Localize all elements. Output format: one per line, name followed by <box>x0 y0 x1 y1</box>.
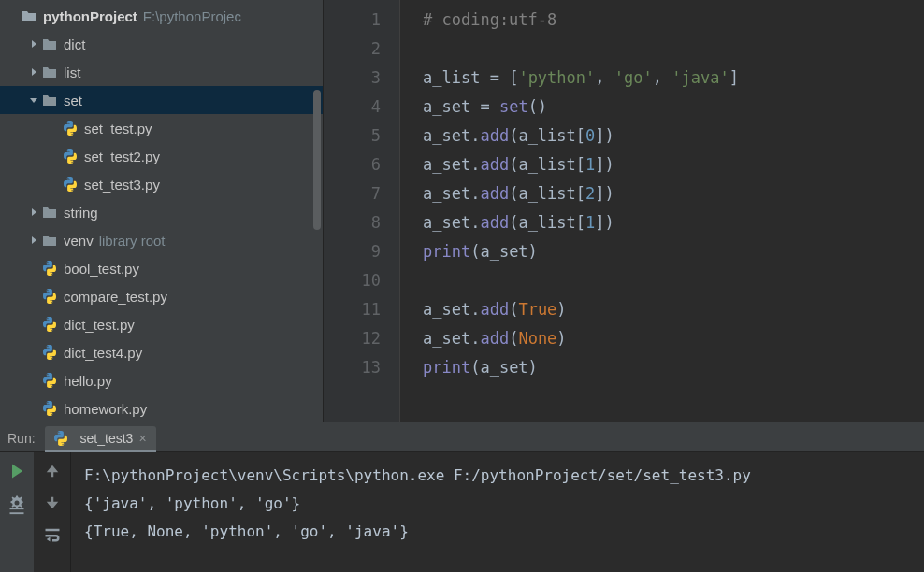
folder-icon <box>41 36 58 52</box>
ide-root: pythonProjectF:\pythonProjecdictlistsets… <box>0 0 924 572</box>
tree-item-label: bool_test.py <box>64 261 139 277</box>
up-arrow-icon[interactable] <box>43 462 62 480</box>
folder-icon <box>41 64 58 80</box>
line-number: 7 <box>371 179 381 208</box>
line-number-gutter: 12345678910111213 <box>324 0 400 422</box>
folder-icon <box>41 204 58 221</box>
code-editor[interactable]: 12345678910111213 # coding:utf-8a_list =… <box>324 0 924 422</box>
line-number: 13 <box>362 353 381 382</box>
tree-item-label: compare_test.py <box>64 289 167 305</box>
code-line[interactable]: a_list = ['python', 'go', 'java'] <box>423 64 924 93</box>
tree-file[interactable]: set_test.py <box>0 114 323 142</box>
run-title: Run: <box>7 431 36 446</box>
arrow-spacer <box>26 345 41 360</box>
python-file-icon <box>41 288 58 305</box>
line-number: 8 <box>371 208 381 237</box>
tree-folder[interactable]: dict <box>0 30 323 58</box>
code-line[interactable]: a_set.add(a_list[1]) <box>423 150 924 179</box>
run-tool-window: Run: set_test3 × <box>0 422 924 572</box>
arrow-spacer <box>26 289 41 304</box>
chevron-right-icon[interactable] <box>26 64 41 79</box>
down-arrow-icon[interactable] <box>43 493 62 512</box>
code-line[interactable] <box>423 35 924 64</box>
tree-folder[interactable]: string <box>0 198 323 226</box>
code-line[interactable]: a_set = set() <box>423 93 924 122</box>
soft-wrap-icon[interactable] <box>43 525 62 544</box>
more-vert-icon[interactable] <box>7 502 26 521</box>
tree-file[interactable]: dict_test.py <box>0 310 323 338</box>
code-line[interactable]: print(a_set) <box>423 353 924 382</box>
tree-item-label: string <box>64 205 98 221</box>
tree-file[interactable]: dict_test4.py <box>0 338 323 366</box>
tree-item-label: dict <box>64 36 85 52</box>
tree-file[interactable]: set_test3.py <box>0 170 323 198</box>
rerun-icon[interactable] <box>7 462 26 480</box>
chevron-down-icon[interactable] <box>26 93 41 107</box>
arrow-spacer <box>6 8 21 23</box>
line-number: 9 <box>371 237 381 266</box>
console-line: {True, None, 'python', 'go', 'java'} <box>84 518 924 546</box>
tree-file[interactable]: homework.py <box>0 394 323 422</box>
line-number: 10 <box>362 266 381 295</box>
arrow-spacer <box>47 121 62 136</box>
python-file-icon <box>41 372 58 389</box>
chevron-right-icon[interactable] <box>26 233 41 248</box>
line-number: 4 <box>371 93 381 122</box>
line-number: 6 <box>371 150 381 179</box>
tree-folder[interactable]: list <box>0 58 323 86</box>
arrow-spacer <box>26 261 41 276</box>
console-output[interactable]: F:\pythonProject\venv\Scripts\python.exe… <box>71 452 924 572</box>
svg-rect-1 <box>10 512 24 514</box>
code-line[interactable]: print(a_set) <box>423 237 924 266</box>
line-number: 5 <box>371 122 381 150</box>
python-file-icon <box>41 260 58 277</box>
tree-folder[interactable]: set <box>0 86 323 114</box>
code-line[interactable]: a_set.add(None) <box>423 324 924 353</box>
python-file-icon <box>41 344 58 361</box>
tree-file[interactable]: bool_test.py <box>0 254 323 282</box>
tree-file[interactable]: compare_test.py <box>0 282 323 310</box>
svg-rect-2 <box>51 471 53 477</box>
tree-file[interactable]: hello.py <box>0 366 323 394</box>
code-area[interactable]: # coding:utf-8a_list = ['python', 'go', … <box>400 0 924 422</box>
line-number: 2 <box>371 35 381 64</box>
arrow-spacer <box>47 177 62 192</box>
arrow-spacer <box>26 401 41 416</box>
python-file-icon <box>41 316 58 333</box>
run-body: F:\pythonProject\venv\Scripts\python.exe… <box>0 452 924 572</box>
tree-item-label: dict_test4.py <box>64 345 142 361</box>
tree-item-label: set <box>64 93 82 108</box>
tree-item-detail: F:\pythonProjec <box>143 8 241 24</box>
line-number: 3 <box>371 64 381 93</box>
code-line[interactable]: # coding:utf-8 <box>423 6 924 35</box>
code-line[interactable]: a_set.add(a_list[2]) <box>423 179 924 208</box>
line-number: 11 <box>362 295 381 324</box>
tree-item-label: homework.py <box>64 401 147 417</box>
tree-file[interactable]: set_test2.py <box>0 142 323 170</box>
tree-item-label: dict_test.py <box>64 317 135 333</box>
run-tab[interactable]: set_test3 × <box>45 426 156 452</box>
tree-folder[interactable]: venvlibrary root <box>0 226 323 254</box>
tree-project-root[interactable]: pythonProjectF:\pythonProjec <box>0 2 323 30</box>
tree-scrollbar-thumb[interactable] <box>313 90 321 230</box>
run-header: Run: set_test3 × <box>0 422 924 452</box>
code-line[interactable]: a_set.add(True) <box>423 295 924 324</box>
close-icon[interactable]: × <box>138 431 146 446</box>
tree-item-label: pythonProject <box>43 8 137 24</box>
tree-item-detail: library root <box>99 233 166 249</box>
project-icon <box>21 7 37 24</box>
code-line[interactable] <box>423 266 924 295</box>
python-file-icon <box>62 120 79 136</box>
svg-rect-4 <box>45 529 59 532</box>
code-line[interactable]: a_set.add(a_list[0]) <box>423 122 924 150</box>
code-line[interactable]: a_set.add(a_list[1]) <box>423 208 924 237</box>
console-line: {'java', 'python', 'go'} <box>84 490 924 518</box>
project-tree[interactable]: pythonProjectF:\pythonProjecdictlistsets… <box>0 0 324 422</box>
console-line: F:\pythonProject\venv\Scripts\python.exe… <box>84 462 924 490</box>
svg-rect-0 <box>10 508 24 509</box>
arrow-spacer <box>26 373 41 388</box>
chevron-right-icon[interactable] <box>26 205 41 220</box>
chevron-right-icon[interactable] <box>26 36 41 51</box>
tree-item-label: list <box>64 64 80 80</box>
python-file-icon <box>62 148 79 164</box>
